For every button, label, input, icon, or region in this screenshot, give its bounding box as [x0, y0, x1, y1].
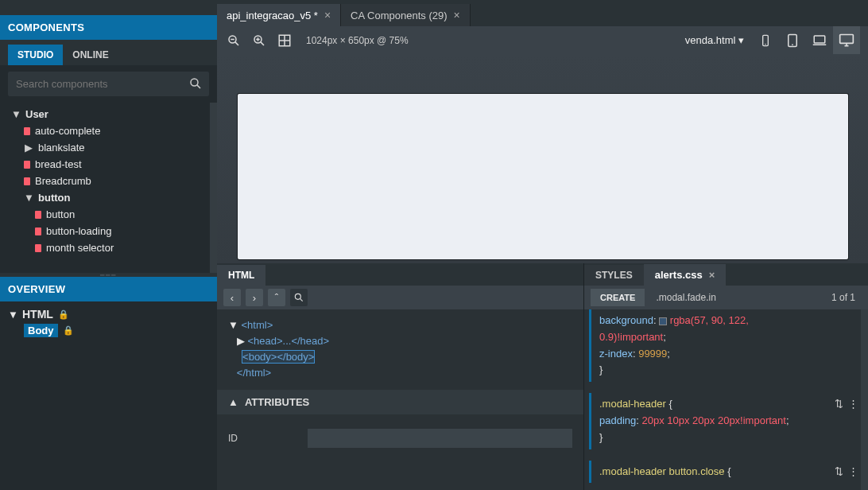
- overview-header: OVERVIEW: [0, 277, 217, 301]
- canvas-area[interactable]: [217, 54, 868, 263]
- device-desktop-icon[interactable]: [833, 26, 860, 54]
- zoom-in-icon[interactable]: [250, 32, 268, 49]
- close-icon[interactable]: ×: [709, 269, 715, 281]
- attributes-header[interactable]: ▲ATTRIBUTES: [217, 390, 583, 414]
- html-source[interactable]: ▼ <html> ▶ <head>...</head> <body></body…: [217, 309, 583, 390]
- find-icon[interactable]: [290, 289, 308, 306]
- lock-icon: 🔒: [63, 325, 74, 336]
- create-button[interactable]: CREATE: [591, 289, 645, 306]
- overview-html[interactable]: ▼HTML🔒: [8, 306, 209, 322]
- tree-item[interactable]: ▶blankslate: [8, 139, 217, 156]
- device-laptop-icon[interactable]: [806, 26, 833, 54]
- selector-input[interactable]: .modal.fade.in: [649, 292, 800, 303]
- tree-item[interactable]: month selector: [8, 239, 217, 256]
- sidebar: COMPONENTS STUDIO ONLINE ▼User auto-comp…: [0, 0, 217, 490]
- tree-category-user[interactable]: ▼User: [8, 106, 217, 122]
- tab-html[interactable]: HTML: [217, 265, 265, 286]
- tab-studio[interactable]: STUDIO: [8, 45, 63, 65]
- nav-up-icon[interactable]: ˆ: [268, 289, 285, 306]
- canvas-dimensions: 1024px × 650px @ 75%: [306, 35, 409, 46]
- components-header: COMPONENTS: [0, 15, 217, 40]
- tree-category-button[interactable]: ▼button: [8, 189, 217, 206]
- canvas-toolbar: 1024px × 650px @ 75% venda.html ▾: [217, 26, 868, 54]
- file-tabbar: api_integracao_v5 *× CA Components (29)×: [217, 5, 868, 26]
- svg-point-0: [191, 79, 198, 86]
- attr-id-input[interactable]: [308, 429, 572, 448]
- file-tab[interactable]: CA Components (29)×: [341, 4, 471, 26]
- svg-line-4: [235, 41, 238, 45]
- component-tree: ▼User auto-complete ▶blankslate bread-te…: [0, 103, 217, 273]
- nav-back-icon[interactable]: ‹: [223, 289, 241, 306]
- sort-icon[interactable]: ⇅: [835, 464, 843, 480]
- more-icon[interactable]: ⋮: [848, 396, 858, 413]
- filename-dropdown[interactable]: venda.html ▾: [685, 34, 744, 46]
- tree-item[interactable]: button-loading: [8, 223, 217, 239]
- close-icon[interactable]: ×: [324, 9, 331, 21]
- tree-item[interactable]: Breadcrumb: [8, 173, 217, 189]
- attr-id-label: ID: [228, 433, 308, 444]
- canvas[interactable]: [238, 94, 848, 259]
- lock-icon: 🔒: [58, 309, 69, 320]
- grid-icon[interactable]: [276, 32, 293, 49]
- device-tablet-icon[interactable]: [779, 26, 806, 54]
- search-icon[interactable]: [188, 76, 203, 91]
- file-tab[interactable]: api_integracao_v5 *×: [217, 4, 341, 26]
- nav-forward-icon[interactable]: ›: [246, 289, 263, 306]
- sort-icon[interactable]: ⇅: [835, 396, 843, 413]
- tree-item[interactable]: auto-complete: [8, 122, 217, 139]
- css-rules[interactable]: background: rgba(57, 90, 122, 0.9)!impor…: [584, 309, 868, 490]
- zoom-out-icon[interactable]: [225, 32, 242, 49]
- overview-body[interactable]: Body🔒: [24, 322, 209, 339]
- tab-online[interactable]: ONLINE: [63, 45, 118, 65]
- svg-point-21: [295, 294, 300, 299]
- match-count: 1 of 1: [831, 292, 862, 303]
- device-phone-icon[interactable]: [752, 26, 779, 54]
- more-icon[interactable]: ⋮: [848, 464, 858, 480]
- close-icon[interactable]: ×: [454, 9, 460, 21]
- tab-styles[interactable]: STYLES: [584, 265, 644, 286]
- svg-rect-16: [814, 36, 825, 43]
- search-input[interactable]: [8, 72, 209, 96]
- svg-line-1: [197, 85, 200, 88]
- tree-item[interactable]: button: [8, 206, 217, 223]
- tree-item[interactable]: bread-test: [8, 156, 217, 173]
- svg-line-22: [300, 298, 302, 301]
- svg-rect-18: [840, 34, 854, 43]
- svg-line-8: [261, 41, 264, 45]
- tab-css-file[interactable]: alerts.css×: [644, 264, 727, 286]
